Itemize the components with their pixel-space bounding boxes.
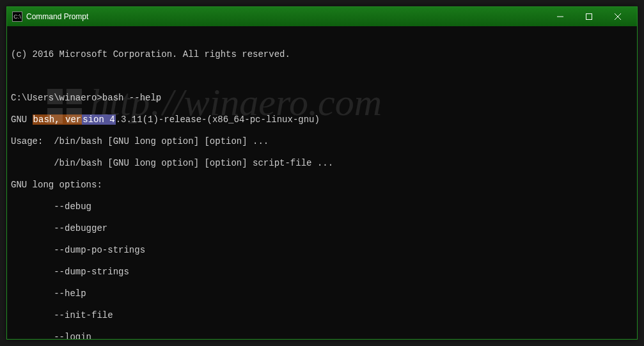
selection-highlight: sion 4 [82,114,115,125]
output-line: --dump-po-strings [11,245,633,256]
close-icon [615,13,621,20]
prompt-line: C:\Users\winaero>bash --help [11,93,633,104]
output-line: --login [11,332,633,339]
output-line: --dump-strings [11,267,633,278]
output-line: /bin/bash [GNU long option] [option] scr… [11,158,633,169]
selection-highlight: bash, ver [33,114,82,125]
output-line: --init-file [11,310,633,321]
prompt-text: C:\Users\winaero> [11,93,102,103]
output-line: --debug [11,201,633,212]
titlebar[interactable]: C:\ Command Prompt [7,7,637,26]
maximize-button[interactable] [574,7,603,26]
cmd-icon: C:\ [12,12,22,22]
output-line: Usage: /bin/bash [GNU long option] [opti… [11,136,633,147]
output-line: (c) 2016 Microsoft Corporation. All righ… [11,49,633,60]
output-line: --debugger [11,223,633,234]
output-line [11,71,633,82]
command-prompt-window: C:\ Command Prompt http://winaero.com (c… [6,6,638,340]
output-line: GNU bash, version 4.3.11(1)-release-(x86… [11,114,633,125]
output-line: GNU long options: [11,180,633,191]
output-line: --help [11,288,633,299]
command-text: bash --help [102,93,161,103]
svg-rect-1 [586,14,592,20]
minimize-icon [557,13,563,20]
window-title: Command Prompt [26,12,88,21]
close-button[interactable] [603,7,632,26]
maximize-icon [586,13,592,20]
terminal-output[interactable]: http://winaero.com (c) 2016 Microsoft Co… [7,26,637,339]
minimize-button[interactable] [546,7,574,26]
